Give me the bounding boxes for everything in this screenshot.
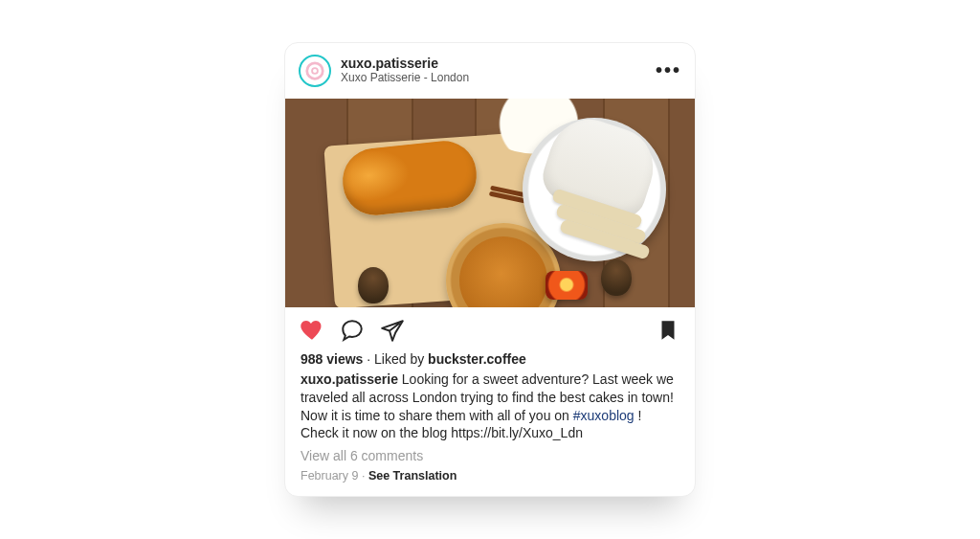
more-options-button[interactable]: ••• [656,59,681,81]
caption-author[interactable]: xuxo.patisserie [301,371,398,387]
views-label: views [326,351,363,367]
action-bar [285,307,695,348]
save-button[interactable] [655,317,681,344]
comment-icon [340,318,365,343]
post-header: xuxo.patisserie Xuxo Patisserie - London… [285,43,695,99]
like-button[interactable] [299,317,325,344]
views-count: 988 [301,351,323,367]
bookmark-icon [656,318,680,343]
view-comments-link[interactable]: View all 6 comments [285,442,695,463]
comment-button[interactable] [339,317,366,344]
avatar[interactable] [299,55,331,87]
separator-dot: · [362,469,365,483]
candle [546,271,588,300]
liked-by-name[interactable]: buckster.coffee [428,351,526,367]
paper-plane-icon [380,318,405,343]
username[interactable]: xuxo.patisserie [341,56,469,71]
see-translation-link[interactable]: See Translation [368,469,457,483]
location[interactable]: Xuxo Patisserie - London [341,72,469,85]
pinecone [601,259,632,296]
share-button[interactable] [379,317,406,344]
date-row: February 9 · See Translation [285,463,695,496]
svg-point-1 [312,68,318,74]
views-row: 988 views · Liked by buckster.coffee [285,348,695,367]
post-image[interactable] [285,99,695,307]
caption: xuxo.patisserie Looking for a sweet adve… [285,367,695,443]
instagram-post-card: xuxo.patisserie Xuxo Patisserie - London… [284,42,696,498]
avatar-donut-icon [304,60,325,81]
pinecone [358,267,389,303]
heart-icon [300,318,324,343]
post-date: February 9 [301,469,358,483]
liked-by-prefix: Liked by [374,351,424,367]
separator-dot: · [367,351,370,367]
caption-hashtag[interactable]: #xuxoblog [573,408,635,423]
